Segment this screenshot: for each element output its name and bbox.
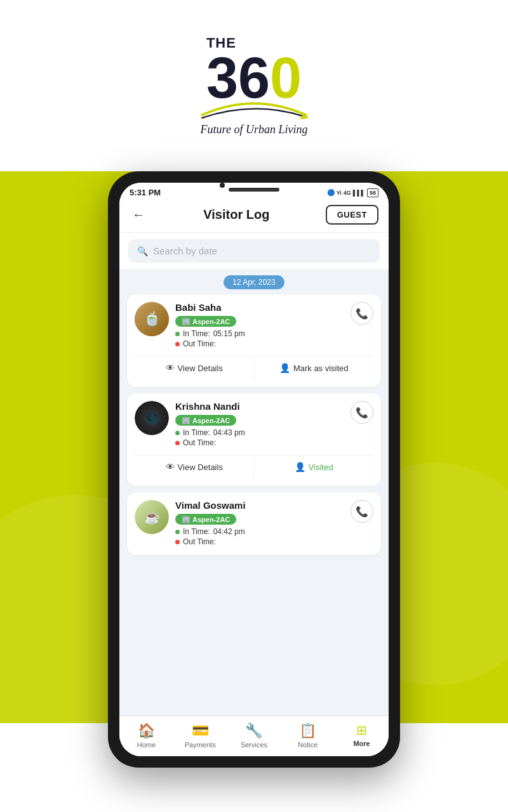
visitor-name-3: Vimal Goswami: [175, 500, 344, 511]
search-area: 🔍 Search by date: [119, 233, 389, 269]
visitor-info-3: Vimal Goswami 🏢 Aspen-2AC In Time: 04:42…: [175, 500, 344, 547]
nav-label-services: Services: [241, 741, 267, 749]
logo-36-text: 36: [206, 53, 270, 104]
visitor-card-2: 🌑 Krishna Nandi 🏢 Aspen-2AC In Time: 04:…: [127, 393, 381, 486]
avatar-img-1: 🍵: [135, 302, 169, 336]
out-time-row-1: Out Time:: [175, 339, 344, 348]
in-time-row-1: In Time: 05:15 pm: [175, 329, 344, 338]
view-details-button-1[interactable]: 👁 View Details: [135, 357, 255, 379]
bottom-nav: 🏠 Home 💳 Payments 🔧 Services 📋 Notice ⊞ …: [119, 716, 389, 756]
building-icon-2: 🏢: [182, 416, 190, 424]
visitor-name-1: Babi Saha: [175, 302, 344, 313]
in-dot-2: [175, 431, 180, 435]
nav-label-notice: Notice: [298, 741, 318, 749]
visitor-list: 12 Apr, 2023 🍵 Babi Saha 🏢 Aspen-2AC: [119, 269, 389, 716]
out-time-row-2: Out Time:: [175, 438, 344, 447]
signal-icon: ▌▌▌: [353, 190, 365, 196]
visitor-card-3: ☕ Vimal Goswami 🏢 Aspen-2AC In Time: 04:…: [127, 492, 381, 555]
card-actions-2: 👁 View Details 👤 Visited: [135, 455, 373, 478]
avatar-img-2: 🌑: [135, 401, 169, 435]
out-dot-3: [175, 540, 180, 544]
status-time: 5:31 PM: [130, 188, 161, 197]
search-icon: 🔍: [137, 246, 148, 256]
logo-0-text: 0: [270, 53, 302, 104]
call-button-1[interactable]: 📞: [351, 302, 373, 325]
nav-item-payments[interactable]: 💳 Payments: [173, 720, 227, 751]
search-box[interactable]: 🔍 Search by date: [128, 239, 380, 263]
logo-tagline: Future of Urban Living: [201, 123, 308, 136]
wifi-icon: Yi: [337, 190, 342, 196]
phone-speaker: [229, 188, 279, 192]
nav-label-more: More: [353, 740, 370, 747]
nav-item-more[interactable]: ⊞ More: [335, 720, 389, 751]
out-dot-2: [175, 441, 180, 445]
visited-button-2[interactable]: 👤 Visited: [255, 455, 374, 478]
back-button[interactable]: ←: [130, 205, 147, 225]
visitor-info-2: Krishna Nandi 🏢 Aspen-2AC In Time: 04:43…: [175, 401, 344, 449]
date-row: 12 Apr, 2023: [127, 269, 381, 294]
nav-item-notice[interactable]: 📋 Notice: [281, 720, 335, 751]
unit-badge-1: 🏢 Aspen-2AC: [175, 316, 236, 327]
in-time-row-3: In Time: 04:42 pm: [175, 527, 344, 536]
network-4g-icon: 4G: [344, 190, 351, 196]
visitor-info-1: Babi Saha 🏢 Aspen-2AC In Time: 05:15 pm: [175, 302, 344, 350]
top-bar: ← Visitor Log GUEST: [119, 200, 389, 233]
logo-area: THE 36 0 Future of Urban Living: [0, 0, 508, 171]
status-icons: 🔵 Yi 4G ▌▌▌ 98: [327, 188, 378, 197]
person-icon-1: 👤: [279, 363, 290, 373]
unit-badge-3: 🏢 Aspen-2AC: [175, 514, 236, 525]
visitor-avatar-1: 🍵: [135, 302, 169, 336]
out-time-row-3: Out Time:: [175, 537, 344, 546]
in-dot-1: [175, 332, 180, 336]
out-dot-1: [175, 342, 180, 346]
mark-visited-button-1[interactable]: 👤 Mark as visited: [255, 357, 374, 379]
bluetooth-icon: 🔵: [327, 189, 335, 196]
call-button-2[interactable]: 📞: [351, 401, 373, 424]
visitor-card-1: 🍵 Babi Saha 🏢 Aspen-2AC In Time: 05:15 p…: [127, 294, 381, 387]
building-icon-3: 🏢: [182, 515, 190, 523]
avatar-img-3: ☕: [135, 500, 169, 534]
phone-camera: [220, 183, 225, 188]
battery-icon: 98: [367, 188, 378, 197]
check-person-icon-2: 👤: [295, 462, 305, 472]
in-dot-3: [175, 530, 180, 534]
phone-frame: 5:31 PM 🔵 Yi 4G ▌▌▌ 98 ← Visitor Log GUE…: [108, 171, 400, 768]
nav-label-payments: Payments: [185, 741, 216, 749]
in-time-row-2: In Time: 04:43 pm: [175, 428, 344, 437]
home-icon: 🏠: [138, 723, 155, 739]
visitor-avatar-3: ☕: [135, 500, 169, 534]
building-icon-1: 🏢: [182, 317, 190, 325]
nav-item-home[interactable]: 🏠 Home: [119, 720, 173, 751]
payments-icon: 💳: [192, 723, 209, 739]
page-title: Visitor Log: [203, 207, 269, 222]
more-icon: ⊞: [356, 723, 367, 738]
view-details-button-2[interactable]: 👁 View Details: [135, 455, 255, 478]
logo-arc-svg: [190, 98, 318, 121]
unit-badge-2: 🏢 Aspen-2AC: [175, 415, 236, 426]
phone-screen: 5:31 PM 🔵 Yi 4G ▌▌▌ 98 ← Visitor Log GUE…: [119, 183, 389, 756]
nav-item-services[interactable]: 🔧 Services: [227, 720, 281, 751]
search-placeholder: Search by date: [153, 246, 217, 256]
services-icon: 🔧: [245, 723, 262, 739]
eye-icon-2: 👁: [166, 462, 175, 472]
visitor-name-2: Krishna Nandi: [175, 401, 344, 412]
call-button-3[interactable]: 📞: [351, 500, 373, 523]
date-label: 12 Apr, 2023: [224, 275, 284, 289]
notice-icon: 📋: [299, 723, 316, 739]
eye-icon-1: 👁: [166, 363, 175, 373]
visitor-avatar-2: 🌑: [135, 401, 169, 435]
nav-label-home: Home: [137, 741, 156, 749]
guest-button[interactable]: GUEST: [326, 205, 378, 225]
card-actions-1: 👁 View Details 👤 Mark as visited: [135, 356, 373, 379]
